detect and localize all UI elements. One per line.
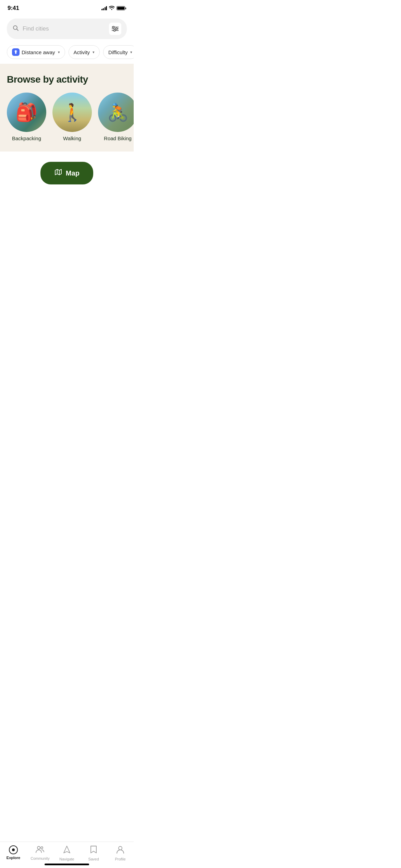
filter-pills: Distance away ▾ Activity ▾ Difficulty ▾ (0, 43, 134, 64)
walking-label: Walking (63, 135, 81, 141)
activity-scroll: Backpacking Walking Road Biking Off-road (0, 93, 134, 141)
browse-section: Browse by activity Backpacking Walking R… (0, 64, 134, 152)
search-container: Find cities (0, 14, 134, 43)
walking-circle (52, 93, 92, 132)
road-biking-label: Road Biking (104, 135, 132, 141)
signal-icon (101, 6, 107, 10)
distance-icon (12, 48, 20, 56)
activity-chevron: ▾ (93, 50, 95, 55)
filter-button[interactable] (109, 23, 121, 35)
svg-point-4 (113, 26, 114, 28)
sliders-icon (112, 26, 119, 32)
content-area: Map (0, 152, 134, 289)
activity-item-walking[interactable]: Walking (52, 93, 92, 141)
activity-pill-label: Activity (74, 49, 90, 55)
search-icon (12, 25, 19, 33)
difficulty-pill-label: Difficulty (108, 49, 127, 55)
filter-pill-distance[interactable]: Distance away ▾ (7, 45, 65, 59)
map-button[interactable]: Map (40, 162, 94, 184)
svg-point-6 (114, 30, 116, 32)
distance-pill-label: Distance away (22, 49, 55, 55)
backpacking-circle (7, 93, 46, 132)
map-btn-container: Map (0, 152, 134, 195)
activity-item-road-biking[interactable]: Road Biking (98, 93, 134, 141)
status-icons (101, 6, 126, 11)
biking-circle (98, 93, 134, 132)
difficulty-chevron: ▾ (130, 50, 132, 55)
filter-pill-difficulty[interactable]: Difficulty ▾ (103, 45, 134, 59)
status-bar: 9:41 (0, 0, 134, 14)
search-placeholder: Find cities (23, 25, 106, 32)
svg-point-5 (116, 28, 118, 30)
battery-icon (117, 6, 126, 10)
map-button-label: Map (66, 169, 80, 177)
distance-chevron: ▾ (58, 50, 60, 55)
wifi-icon (109, 6, 114, 11)
activity-item-backpacking[interactable]: Backpacking (7, 93, 46, 141)
browse-title: Browse by activity (0, 74, 134, 93)
search-bar[interactable]: Find cities (7, 19, 127, 39)
map-icon (54, 168, 62, 178)
backpacking-label: Backpacking (12, 135, 41, 141)
status-time: 9:41 (8, 5, 19, 12)
filter-pill-activity[interactable]: Activity ▾ (69, 45, 100, 59)
